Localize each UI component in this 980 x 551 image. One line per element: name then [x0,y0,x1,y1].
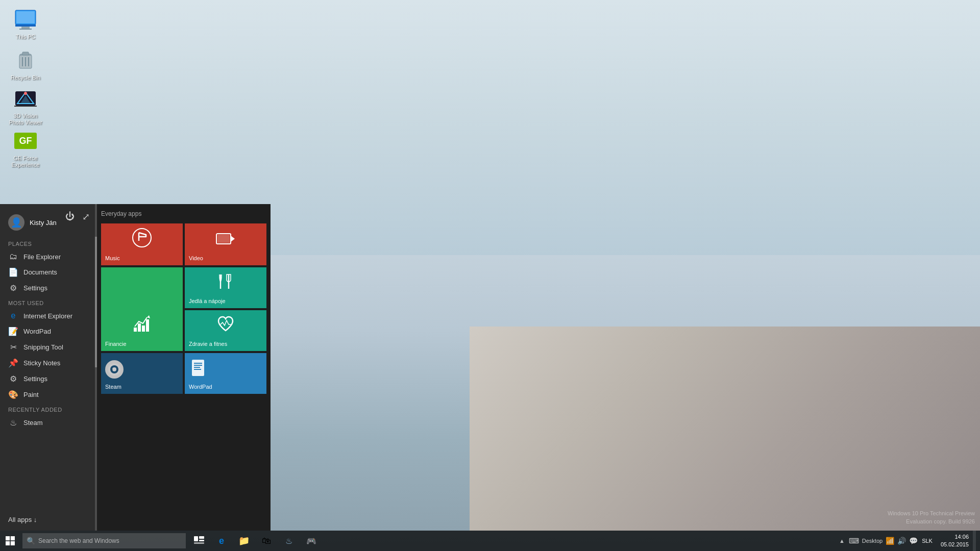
language-indicator: SLK [922,538,933,544]
sidebar-item-internet-explorer[interactable]: e Internet Explorer [0,308,97,323]
svg-rect-24 [138,323,141,332]
svg-rect-34 [194,363,202,364]
all-apps-label: All apps ↓ [8,516,37,523]
wordpad-tile-label: WordPad [189,384,262,390]
svg-rect-44 [199,540,204,541]
sidebar-item-file-explorer[interactable]: 🗂 File Explorer [0,249,97,264]
steam-tile-label: Steam [105,384,179,390]
desktop-icon-recyclebin[interactable]: Recycle Bin [5,46,46,83]
food-tile-label: Jedlá a nápoje [189,298,262,304]
steam-label: Steam [23,419,43,427]
expand-button[interactable]: ⤢ [80,209,92,224]
windows-logo-icon [6,536,15,545]
tile-steam[interactable]: Steam [101,353,183,394]
system-tray: ⌨ Desktop 📶 🔊 💬 [849,537,918,545]
taskbar-apps: e 📁 🛍 ♨ 🎮 [188,531,323,551]
volume-icon[interactable]: 🔊 [897,537,906,545]
health-icon [216,315,235,338]
settings-label: Settings [23,375,47,383]
music-tile-label: Music [105,255,179,261]
wordpad-label: WordPad [23,328,51,335]
file-explorer-taskbar-icon: 📁 [238,535,250,546]
power-button[interactable]: ⏻ [63,209,77,224]
wordpad-icon: 📝 [8,327,18,336]
svg-rect-38 [6,536,10,540]
svg-rect-16 [14,106,37,107]
steam-sidebar-icon: ♨ [8,418,18,428]
show-hidden-icons[interactable]: ▲ [837,538,847,544]
sidebar-item-snipping-tool[interactable]: ✂ Snipping Tool [0,339,97,355]
music-icon [132,228,152,252]
svg-rect-1 [16,11,35,23]
tile-finance[interactable]: Financie [101,267,183,351]
documents-icon: 📄 [8,267,18,277]
wordpad-tile-icon [189,359,207,381]
geforce-label: GE Force Experience [11,155,39,168]
tile-wordpad[interactable]: WordPad [185,353,266,394]
taskbar-app-internet-explorer[interactable]: e [210,531,233,551]
places-section-label: Places [0,237,97,249]
snipping-tool-icon: ✂ [8,342,18,352]
svg-rect-25 [142,325,145,332]
sidebar-item-steam[interactable]: ♨ Steam [0,415,97,431]
svg-rect-3 [21,27,30,29]
start-menu-tiles-panel: Everyday apps Music [97,204,271,531]
tile-food[interactable]: Jedlá a nápoje [185,267,266,308]
taskbar-right: ▲ ⌨ Desktop 📶 🔊 💬 SLK 14:06 05.02.2015 [837,531,980,551]
tile-health[interactable]: Zdravie a fitnes [185,310,266,351]
steam-taskbar-icon: ♨ [285,536,292,546]
settings-icon: ⚙ [8,374,18,384]
network-icon[interactable]: 📶 [886,537,894,545]
settings-places-label: Settings [23,284,47,292]
taskbar-app-task-view[interactable] [188,531,210,551]
start-button[interactable] [0,531,20,551]
desktop-icon-thispc[interactable]: This PC [5,5,46,42]
sidebar-item-wordpad[interactable]: 📝 WordPad [0,323,97,339]
settings-places-icon: ⚙ [8,283,18,293]
action-center-icon[interactable]: 💬 [909,537,918,545]
svg-rect-35 [194,365,202,366]
sidebar-item-documents[interactable]: 📄 Documents [0,264,97,280]
food-icon [216,272,235,295]
svg-rect-39 [11,536,15,540]
svg-rect-2 [15,24,36,27]
sidebar-item-paint[interactable]: 🎨 Paint [0,387,97,403]
taskbar-app-file-explorer[interactable]: 📁 [233,531,255,551]
thispc-label: This PC [15,34,35,40]
svg-rect-21 [217,235,230,243]
taskbar-app-store[interactable]: 🛍 [255,531,278,551]
3dvision-icon [13,86,38,111]
taskbar-app-steam[interactable]: ♨ [278,531,300,551]
svg-text:GF: GF [19,136,32,146]
tile-music[interactable]: Music [101,223,183,265]
video-tile-label: Video [189,255,262,261]
svg-rect-11 [22,52,29,55]
desktop-icon-geforce[interactable]: GF GE Force Experience [5,127,46,170]
desktop-icon-3dvision[interactable]: 3D Vision Photo Viewer [5,84,46,128]
taskbar: 🔍 Search the web and Windows e 📁 🛍 ♨ [0,531,980,551]
sidebar-item-sticky-notes[interactable]: 📌 Sticky Notes [0,355,97,371]
sticky-notes-icon: 📌 [8,358,18,368]
everyday-apps-label: Everyday apps [101,208,266,219]
svg-rect-45 [194,542,204,544]
documents-label: Documents [23,268,57,276]
svg-point-15 [24,92,27,95]
start-menu: ⏻ ⤢ 👤 Kisty Ján Places 🗂 File Explorer 📄… [0,204,271,531]
svg-rect-23 [134,328,137,332]
all-apps-button[interactable]: All apps ↓ [0,513,97,527]
scrollbar[interactable] [95,204,97,531]
sidebar-item-settings[interactable]: ⚙ Settings [0,371,97,387]
start-menu-left-panel: ⏻ ⤢ 👤 Kisty Ján Places 🗂 File Explorer 📄… [0,204,97,531]
taskbar-app-extra[interactable]: 🎮 [300,531,323,551]
scroll-thumb [95,237,97,367]
ie-taskbar-icon: e [219,536,224,546]
show-desktop-button[interactable] [973,531,976,551]
sidebar-item-settings-places[interactable]: ⚙ Settings [0,280,97,296]
desktop-label: Desktop [862,538,883,544]
most-used-section-label: Most used [0,296,97,308]
search-icon: 🔍 [27,537,35,545]
search-bar[interactable]: 🔍 Search the web and Windows [22,533,186,548]
tile-video[interactable]: Video [185,223,266,265]
recently-added-section-label: Recently added [0,403,97,415]
file-explorer-icon: 🗂 [8,252,18,261]
